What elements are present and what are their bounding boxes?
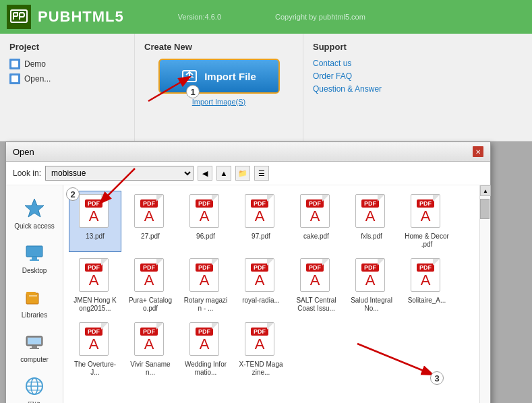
pdf-icon-body: PDF A	[300, 194, 330, 228]
pdf-icon: PDF A	[300, 258, 332, 294]
pdf-acrobat-icon: A	[365, 208, 376, 225]
file-name-label: cake.pdf	[303, 232, 329, 241]
sidebar-item-computer[interactable]: computer	[6, 324, 63, 369]
sidebar-item-network[interactable]: 网络	[6, 369, 63, 403]
pdf-icon-fold	[378, 195, 384, 202]
file-item[interactable]: PDF A Home & Decor .pdf	[401, 191, 453, 252]
pdf-icon: PDF A	[189, 258, 222, 294]
file-name-label: 97.pdf	[252, 232, 270, 241]
topbar: PUBHTML5 Version:4.6.0 Copyright by pubh…	[0, 0, 532, 34]
file-item[interactable]: PDF A 97.pdf	[235, 191, 287, 252]
sidebar-item-desktop[interactable]: Desktop	[6, 235, 63, 280]
pdf-icon: PDF A	[411, 194, 443, 230]
svg-rect-2	[11, 75, 18, 82]
sidebar-item-libraries[interactable]: Libraries	[6, 280, 63, 324]
scroll-up-btn[interactable]: ▲	[480, 185, 491, 196]
pdf-acrobat-icon: A	[310, 272, 320, 289]
pdf-icon-fold	[378, 259, 384, 266]
pdf-icon-body: PDF A	[245, 322, 274, 356]
support-question-answer[interactable]: Question & Answer	[313, 84, 456, 94]
pdf-icon: PDF A	[134, 258, 167, 294]
pdf-icon: PDF A	[355, 258, 388, 294]
pdf-acrobat-icon: A	[200, 208, 210, 225]
pdf-icon-body: PDF A	[79, 258, 109, 292]
app-title: PUBHTML5	[38, 8, 124, 26]
toolbar-up-btn[interactable]: ▲	[216, 166, 231, 181]
file-item[interactable]: PDF A Rotary magazin - ...	[179, 255, 232, 316]
svg-rect-8	[26, 293, 38, 304]
support-contact-us[interactable]: Contact us	[313, 59, 456, 68]
pdf-acrobat-icon: A	[89, 336, 99, 353]
files-area[interactable]: PDF A 13.pdf PDF A 27.pdf	[63, 185, 479, 403]
dialog-toolbar: Look in: mobissue ◀ ▲ 📁 ☰	[6, 162, 490, 185]
file-name-label: Vivir Sanamen...	[127, 361, 173, 377]
pdf-icon-fold	[322, 195, 329, 202]
libraries-icon	[22, 285, 47, 309]
toolbar-back-btn[interactable]: ◀	[198, 166, 212, 181]
file-item[interactable]: PDF A The Overture- J...	[69, 319, 121, 380]
create-title: Create New	[144, 42, 192, 52]
pdf-icon: PDF A	[245, 258, 277, 294]
pdf-badge: PDF	[196, 199, 213, 208]
pdf-acrobat-icon: A	[255, 336, 265, 353]
file-item[interactable]: PDF A JMEN Hong Kong2015...	[69, 255, 121, 316]
file-name-label: 27.pdf	[141, 232, 160, 241]
scroll-thumb[interactable]	[480, 199, 490, 219]
scrollbar[interactable]: ▲ ▼	[479, 185, 490, 403]
file-name-label: Solitaire_A...	[408, 297, 446, 305]
version-info: Version:4.6.0	[178, 13, 221, 21]
file-name-label: The Overture- J...	[72, 361, 118, 377]
pdf-icon-fold	[101, 195, 108, 202]
file-item[interactable]: PDF A cake.pdf	[290, 191, 343, 252]
support-section: Support Contact us Order FAQ Question & …	[303, 34, 465, 141]
pdf-icon-body: PDF A	[189, 194, 219, 228]
toolbar-newfolder-btn[interactable]: 📁	[235, 166, 250, 181]
pdf-badge: PDF	[140, 199, 158, 208]
pdf-icon-body: PDF A	[79, 322, 109, 356]
file-item[interactable]: PDF A 13.pdf	[69, 191, 121, 252]
step-3-badge: 3	[430, 371, 444, 385]
file-name-label: royal-radia...	[242, 297, 280, 305]
import-file-button[interactable]: Import File	[158, 59, 280, 94]
pdf-icon: PDF A	[411, 258, 443, 294]
svg-rect-13	[30, 348, 39, 349]
file-item[interactable]: PDF A royal-radia...	[235, 255, 287, 316]
desktop-label: Desktop	[22, 267, 47, 274]
toolbar-view-btn[interactable]: ☰	[254, 166, 269, 181]
pdf-icon-body: PDF A	[134, 322, 164, 356]
pdf-icon-body: PDF A	[411, 258, 440, 292]
file-item[interactable]: PDF A Vivir Sanamen...	[124, 319, 177, 380]
network-icon	[22, 374, 47, 398]
import-images-link[interactable]: Import Image(S)	[192, 98, 245, 106]
lookin-label: Look in:	[13, 168, 41, 178]
pdf-icon-body: PDF A	[189, 258, 219, 292]
file-item[interactable]: PDF A SALT Central Coast Issu...	[290, 255, 343, 316]
support-order-faq[interactable]: Order FAQ	[313, 71, 456, 81]
computer-icon	[22, 330, 47, 354]
dialog-close-button[interactable]: ✕	[473, 146, 483, 157]
project-demo-label: Demo	[24, 59, 46, 69]
pdf-icon-fold	[212, 195, 218, 202]
project-item-demo[interactable]: Demo	[9, 59, 125, 69]
file-item[interactable]: PDF A Pura+ Catalogo.pdf	[124, 255, 177, 316]
file-item[interactable]: PDF A 27.pdf	[124, 191, 177, 252]
file-item[interactable]: PDF A X-TEND Magazine...	[235, 319, 287, 380]
pdf-icon: PDF A	[245, 322, 277, 359]
pdf-icon-fold	[322, 259, 329, 266]
file-item[interactable]: PDF A Solitaire_A...	[401, 255, 453, 316]
file-item[interactable]: PDF A Wedding Informatio...	[179, 319, 232, 380]
lookin-select[interactable]: mobissue	[45, 166, 194, 181]
pdf-icon: PDF A	[189, 322, 222, 359]
sidebar-item-quickaccess[interactable]: Quick access	[6, 191, 63, 235]
file-item[interactable]: PDF A fxls.pdf	[345, 191, 398, 252]
pdf-icon-body: PDF A	[355, 194, 385, 228]
pdf-badge: PDF	[196, 328, 213, 336]
file-item[interactable]: PDF A 96.pdf	[179, 191, 232, 252]
pdf-icon-body: PDF A	[134, 258, 164, 292]
pdf-acrobat-icon: A	[200, 336, 210, 353]
file-item[interactable]: PDF A Salud Integral No...	[345, 255, 398, 316]
pdf-badge: PDF	[251, 199, 268, 208]
project-item-open[interactable]: Open...	[9, 73, 125, 84]
pdf-acrobat-icon: A	[421, 272, 431, 289]
pdf-icon-fold	[267, 323, 274, 330]
